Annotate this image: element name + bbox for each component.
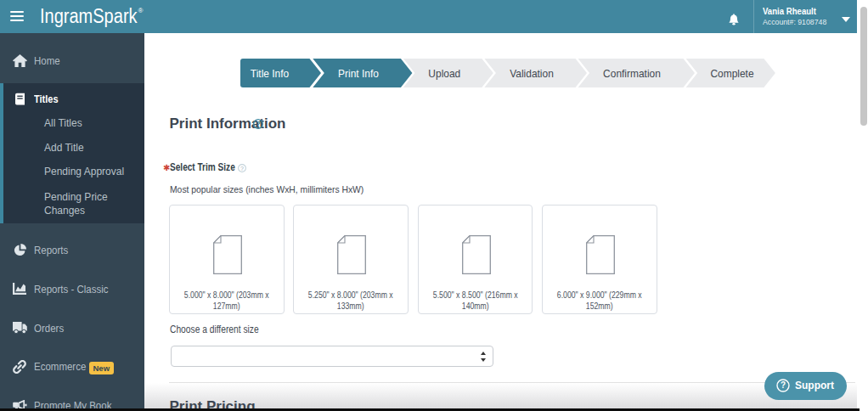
svg-text:Validation: Validation (510, 68, 554, 81)
svg-text:Complete: Complete (710, 68, 753, 81)
svg-text:?: ? (781, 380, 786, 390)
svg-text:Print Info: Print Info (338, 68, 379, 81)
svg-text:Confirmation: Confirmation (603, 68, 661, 81)
svg-text:Upload: Upload (428, 68, 460, 81)
svg-text:?: ? (256, 120, 260, 128)
svg-text:?: ? (240, 166, 244, 172)
svg-text:Title Info: Title Info (251, 68, 289, 81)
